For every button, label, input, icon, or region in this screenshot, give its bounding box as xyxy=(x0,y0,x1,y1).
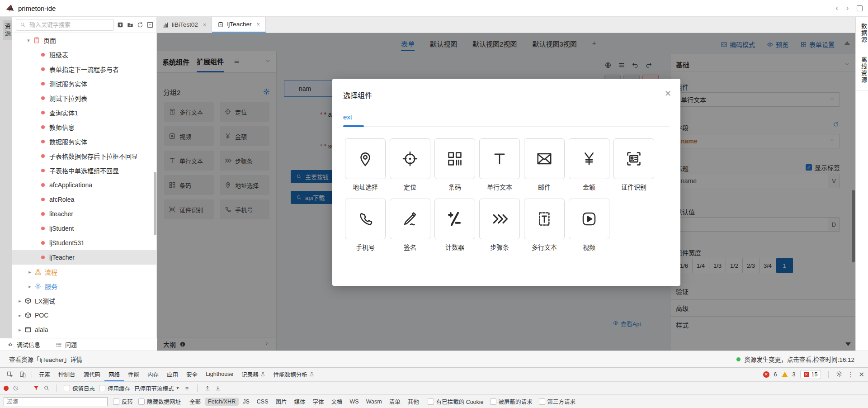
extra-filter-checkbox[interactable]: 第三方请求 xyxy=(539,397,576,406)
tree-item-page[interactable]: afcApplicationa xyxy=(12,178,156,192)
devtools-tab[interactable]: Lighthouse xyxy=(202,368,237,381)
modal-component-item[interactable]: 单行文本 xyxy=(479,138,520,191)
checkbox-icon[interactable] xyxy=(113,399,119,405)
tree-item-page[interactable]: ljTeacher xyxy=(12,250,156,265)
tree-item-page[interactable]: ljStudent xyxy=(12,221,156,236)
collapse-all-icon[interactable] xyxy=(146,21,154,28)
tree-item-page[interactable]: 测试下拉列表 xyxy=(12,91,156,105)
modal-component-item[interactable]: 手机号 xyxy=(345,199,386,251)
history-forward-icon[interactable]: › xyxy=(846,4,849,12)
tree-item-page[interactable]: 教师信息 xyxy=(12,120,156,134)
document-tab[interactable]: liBiTest02 × xyxy=(157,17,212,33)
checkbox-icon[interactable] xyxy=(64,385,70,391)
collapsed-arrow-icon[interactable]: ▸ xyxy=(26,284,33,289)
network-search-icon[interactable] xyxy=(43,385,50,391)
status-left-text[interactable]: 查看资源「ljTeacher」详情 xyxy=(9,355,82,364)
checkbox-icon[interactable] xyxy=(99,385,105,391)
modal-component-card[interactable] xyxy=(524,138,565,179)
request-type-chip[interactable]: 字体 xyxy=(310,396,327,407)
devtools-settings-gear-icon[interactable] xyxy=(836,370,843,379)
close-tab-icon[interactable]: × xyxy=(203,21,207,28)
request-type-chip[interactable]: 其他 xyxy=(405,396,422,407)
request-type-chip[interactable]: 全部 xyxy=(186,396,204,407)
modal-component-card[interactable] xyxy=(390,199,430,239)
collapsed-arrow-icon[interactable]: ▸ xyxy=(16,298,24,304)
devtools-tab[interactable]: 网络 xyxy=(104,368,124,381)
network-filter-input[interactable] xyxy=(4,397,108,406)
devtools-tab[interactable]: 元素 xyxy=(35,368,54,381)
inspect-element-icon[interactable] xyxy=(6,371,14,378)
modal-component-item[interactable]: 地址选择 xyxy=(345,138,386,191)
kebab-menu-icon[interactable]: ⋮ xyxy=(847,370,854,379)
devtools-close-icon[interactable]: ✕ xyxy=(859,370,864,379)
tree-item-page[interactable]: 子表格中单选框组不回显 xyxy=(12,163,156,178)
collapsed-arrow-icon[interactable]: ▸ xyxy=(26,269,33,275)
modal-component-item[interactable]: 步骤条 xyxy=(479,199,520,251)
collapsed-arrow-icon[interactable]: ▸ xyxy=(16,327,24,333)
modal-component-card[interactable] xyxy=(569,199,609,239)
tree-item-page[interactable]: ljStudent531 xyxy=(12,236,156,250)
dock-tab[interactable]: 数据源 xyxy=(856,17,868,50)
extra-filter-checkbox[interactable]: 被屏蔽的请求 xyxy=(490,397,533,406)
network-conditions-icon[interactable] xyxy=(184,385,190,392)
modal-component-card[interactable] xyxy=(569,138,609,179)
bottom-tab[interactable]: 调试信息 xyxy=(7,340,40,349)
modal-component-item[interactable]: 条码 xyxy=(434,138,475,191)
modal-component-card[interactable] xyxy=(434,138,475,179)
tree-item-app[interactable]: ▸ alala xyxy=(12,323,156,337)
request-type-chip[interactable]: CSS xyxy=(254,398,272,406)
warning-count[interactable]: 3 xyxy=(793,371,796,378)
disable-cache-checkbox[interactable]: 停用缓存 xyxy=(99,384,130,393)
modal-component-item[interactable]: 签名 xyxy=(390,199,430,251)
tree-node-pages[interactable]: ▾ 页面 xyxy=(12,33,156,47)
collapsed-arrow-icon[interactable]: ▸ xyxy=(16,313,24,318)
request-type-chip[interactable]: Wasm xyxy=(363,398,385,406)
devtools-tab[interactable]: 控制台 xyxy=(54,368,80,381)
preserve-log-checkbox[interactable]: 保留日志 xyxy=(64,384,95,393)
tree-item-app[interactable]: ▸ LX测试 xyxy=(12,294,156,308)
modal-tab-ext[interactable]: ext xyxy=(343,113,352,121)
request-type-chip[interactable]: WS xyxy=(347,398,362,406)
search-input[interactable] xyxy=(28,21,110,28)
tree-item-page[interactable]: 表单指定下一流程参与者 xyxy=(12,62,156,76)
modal-component-card[interactable] xyxy=(613,138,654,179)
modal-close-icon[interactable]: ✕ xyxy=(665,89,671,99)
checkbox-icon[interactable] xyxy=(539,399,545,405)
dock-tab[interactable]: 离线资源 xyxy=(856,50,868,90)
new-folder-icon[interactable] xyxy=(127,21,134,28)
refresh-icon[interactable] xyxy=(137,21,144,28)
modal-component-item[interactable]: 多行文本 xyxy=(524,199,565,251)
modal-component-card[interactable] xyxy=(345,138,386,179)
modal-component-card[interactable] xyxy=(479,199,520,239)
search-box[interactable] xyxy=(16,19,114,31)
window-restore-icon[interactable] xyxy=(857,5,863,11)
tree-item-app[interactable]: ▸ POC xyxy=(12,308,156,323)
request-type-chip[interactable]: 文档 xyxy=(328,396,346,407)
close-tab-icon[interactable]: × xyxy=(256,21,260,28)
request-type-chip[interactable]: 图片 xyxy=(272,396,290,407)
history-back-icon[interactable]: ‹ xyxy=(835,4,838,12)
export-har-icon[interactable] xyxy=(215,385,221,391)
status-right[interactable]: 资源发生变更，点击查看,检查时间:16:12 xyxy=(736,355,854,364)
request-type-chip[interactable]: 清单 xyxy=(386,396,404,407)
throttling-select[interactable]: 已停用节流模式▼ xyxy=(134,384,179,393)
devtools-tab[interactable]: 性能数据分析 xyxy=(269,368,318,381)
import-resource-icon[interactable] xyxy=(117,21,124,28)
tree-item-page[interactable]: afcRolea xyxy=(12,192,156,207)
import-har-icon[interactable] xyxy=(204,385,211,391)
document-tab[interactable]: ljTeacher × xyxy=(212,17,266,33)
devtools-tab[interactable]: 应用 xyxy=(163,368,182,381)
tree-item-section[interactable]: ▸ 服务 xyxy=(12,279,156,294)
tree-scrollbar[interactable] xyxy=(154,172,156,235)
modal-component-item[interactable]: 视频 xyxy=(569,199,609,251)
modal-component-card[interactable] xyxy=(434,199,475,239)
devtools-tab[interactable]: 记录器 xyxy=(237,368,269,381)
checkbox-icon[interactable] xyxy=(490,399,496,405)
tree-item-page[interactable]: liteacher xyxy=(12,207,156,221)
modal-component-card[interactable] xyxy=(390,138,430,179)
tree-item-section[interactable]: ▸ 流程 xyxy=(12,265,156,279)
tree-item-page[interactable]: 子表格数据保存后下拉框不回显 xyxy=(12,149,156,163)
modal-component-card[interactable] xyxy=(479,138,520,179)
record-icon[interactable] xyxy=(4,386,9,391)
devtools-tab[interactable]: 源代码 xyxy=(80,368,105,381)
